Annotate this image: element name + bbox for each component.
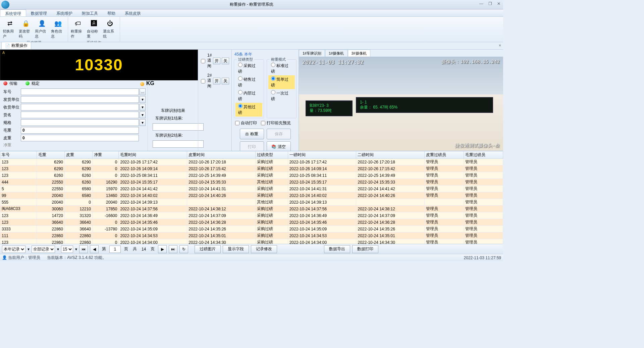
radio-option[interactable]: 内部过磅 [235, 89, 262, 103]
table-row[interactable]: 33332286036640-137802022-10-24 14:35:092… [0, 226, 503, 232]
weight-display: A 10330 [0, 50, 198, 80]
prev-page-button[interactable]: ◀ [90, 245, 99, 253]
document-icon: 📄 [5, 44, 10, 48]
car-input[interactable] [21, 88, 139, 95]
page-input[interactable] [109, 246, 121, 253]
radio-option[interactable]: 采购过磅 [235, 62, 262, 75]
ribbon-button[interactable]: ⇄切换用户 [2, 18, 17, 40]
tab-weigh-operation[interactable]: 📄 称重操作 [1, 42, 31, 49]
camera-tab[interactable]: 1#摄像机 [325, 50, 347, 57]
last-page-button[interactable]: ⏭ [169, 245, 177, 253]
maximize-icon[interactable]: ❐ [487, 1, 493, 6]
column-header[interactable]: 皮重 [64, 151, 92, 159]
range-select[interactable]: 本年记录 [2, 246, 25, 253]
column-header[interactable]: 二磅时间 [356, 151, 425, 159]
radio-option[interactable]: 一次过磅 [268, 89, 295, 103]
radio-option[interactable]: 标准过磅 [268, 62, 295, 75]
spec-dropdown[interactable]: ▾ [140, 119, 146, 126]
table-row[interactable]: 123228602286002022-10-24 14:34:002022-10… [0, 239, 503, 244]
tab-close-icon[interactable]: × [499, 43, 501, 48]
car-more-button[interactable]: ... [140, 88, 146, 95]
gate-2-open-button[interactable]: 开 [213, 78, 220, 84]
menu-item[interactable]: 系统管理 [0, 9, 26, 16]
gate-1-row: 1#道闸 开 关 [200, 52, 230, 70]
table-row[interactable]: 99200406580134602022-10-24 14:40:022022-… [0, 192, 503, 199]
radio-option[interactable]: 销售过磅 [235, 75, 262, 89]
table-row[interactable]: 1231472031320-166002022-10-24 14:36:4920… [0, 212, 503, 219]
camera-watermark: 捷俊通测试摄像头-叁 [455, 143, 500, 149]
menu-item[interactable]: 帮助 [103, 9, 120, 16]
weigh-image-button[interactable]: 过磅图片 [195, 245, 221, 253]
first-page-button[interactable]: ⏮ [79, 245, 88, 253]
gate-2-checkbox[interactable] [201, 79, 205, 83]
ribbon-button[interactable]: 👥角色信息 [50, 18, 66, 40]
table-row[interactable]: 1236290629002022-10-26 14:09:142022-10-2… [0, 165, 503, 172]
column-header[interactable]: 车号 [0, 151, 37, 159]
camera-tab[interactable]: 3#摄像机 [348, 50, 370, 57]
column-header[interactable]: 毛重 [37, 151, 64, 159]
ribbon-button[interactable]: 🅰自动称重 [86, 18, 102, 40]
plate-result-1[interactable] [153, 123, 204, 131]
goods-input[interactable] [21, 112, 139, 118]
shipper-dropdown[interactable]: ▾ [140, 96, 146, 103]
table-row[interactable]: 123366403664002022-10-24 14:35:462022-10… [0, 219, 503, 226]
weight-value: 10330 [0, 50, 198, 80]
gross-input[interactable] [21, 127, 139, 134]
minimize-icon[interactable]: — [478, 1, 484, 6]
column-header[interactable]: 毛重过磅员 [464, 151, 503, 159]
column-header[interactable]: 皮重时间 [187, 151, 256, 159]
column-header[interactable]: 皮重过磅员 [425, 151, 464, 159]
camera-tab[interactable]: 1#车牌识别 [299, 50, 325, 57]
radio-option[interactable]: 简单过磅 [268, 75, 295, 89]
table-row[interactable]: 闽A68C033006012210178502022-10-24 14:37:5… [0, 206, 503, 212]
gate-2-close-button[interactable]: 关 [222, 78, 229, 84]
gate-1-open-button[interactable]: 开 [213, 58, 220, 64]
table-row[interactable]: 444225506260162902022-10-24 15:35:172022… [0, 179, 503, 186]
table-row[interactable]: 555200400200402022-10-24 14:39:13其他过磅202… [0, 199, 503, 206]
filter-select[interactable]: 全部记录 [32, 246, 55, 253]
auto-print-checkbox[interactable] [235, 121, 239, 125]
ribbon-button[interactable]: 🏷称重操作 [70, 18, 86, 40]
table-row[interactable]: 111228602286002022-10-24 14:34:532022-10… [0, 232, 503, 239]
data-print-button[interactable]: 数据打印 [352, 245, 378, 253]
refresh-button[interactable]: ↻ [179, 245, 188, 253]
preview-checkbox[interactable] [261, 121, 265, 125]
save-button[interactable]: 保存 [267, 129, 291, 139]
table-row[interactable]: 1236260626002022-10-25 08:34:112022-10-2… [0, 172, 503, 179]
document-tabs: 📄 称重操作 × [0, 42, 503, 50]
stable-led-icon [25, 81, 30, 85]
table-row[interactable]: 5225506580159702022-10-24 14:41:422022-1… [0, 186, 503, 192]
column-header[interactable]: 毛重时间 [119, 151, 187, 159]
ribbon-button[interactable]: 🔒更改密码 [18, 18, 34, 40]
goods-dropdown[interactable]: ▾ [140, 112, 146, 118]
ribbon-button[interactable]: ⏻退出系统 [102, 18, 118, 40]
column-header[interactable]: 净重 [92, 151, 118, 159]
weigh-button[interactable]: ⚖称重 [240, 129, 264, 139]
next-page-button[interactable]: ▶ [158, 245, 167, 253]
plate-result-2[interactable] [153, 140, 204, 148]
export-button[interactable]: 数据导出 [324, 245, 350, 253]
table-row[interactable]: 1236290629002022-10-26 17:17:422022-10-2… [0, 159, 503, 165]
menu-item[interactable]: 系统维护 [52, 9, 77, 16]
edit-record-button[interactable]: 记录修改 [251, 245, 277, 253]
column-header[interactable]: 过磅类型 [256, 151, 288, 159]
radio-option[interactable]: 其他过磅 [235, 103, 262, 117]
pagesize-select[interactable]: 15 [61, 246, 73, 253]
receiver-dropdown[interactable]: ▾ [140, 104, 146, 111]
menu-item[interactable]: 数据管理 [26, 9, 52, 16]
ribbon-button[interactable]: 👤用户信息 [34, 18, 50, 40]
tare-input[interactable] [21, 135, 139, 141]
gate-1-close-button[interactable]: 关 [222, 58, 229, 64]
receiver-input[interactable] [21, 104, 139, 111]
close-icon[interactable]: ✕ [496, 1, 502, 6]
gate-1-checkbox[interactable] [201, 59, 205, 63]
records-grid[interactable]: 车号毛重皮重净重毛重时间皮重时间过磅类型一磅时间二磅时间皮重过磅员毛重过磅员12… [0, 151, 503, 244]
app-logo-icon [1, 1, 9, 9]
shipper-input[interactable] [21, 96, 139, 103]
column-header[interactable]: 一磅时间 [288, 151, 356, 159]
menu-item[interactable]: 附加工具 [77, 9, 103, 16]
scale-icon: ⚖ [245, 132, 249, 136]
spec-input[interactable] [21, 119, 139, 126]
show-fields-button[interactable]: 显示字段 [223, 245, 249, 253]
menu-item[interactable]: 系统皮肤 [120, 9, 146, 16]
